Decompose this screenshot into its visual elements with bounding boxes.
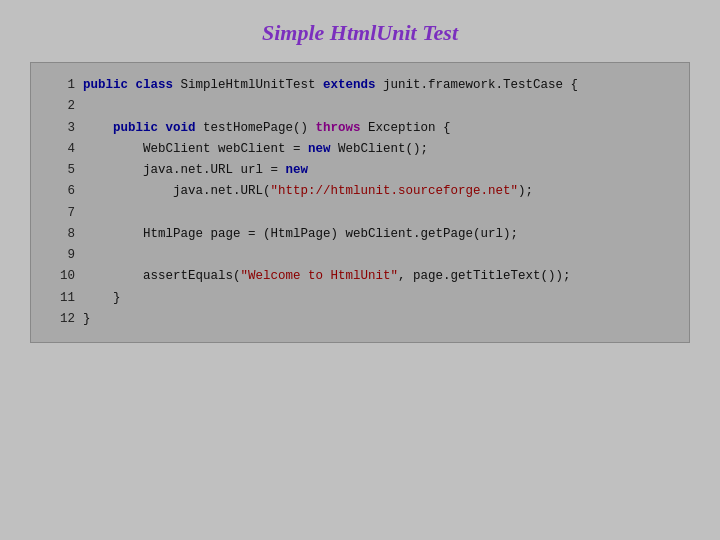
code-line: 5 java.net.URL url = new [47,160,673,181]
line-number: 6 [47,181,75,202]
line-number: 5 [47,160,75,181]
line-number: 8 [47,224,75,245]
code-content: WebClient webClient = new WebClient(); [83,139,428,160]
line-number: 3 [47,118,75,139]
code-line: 7 [47,203,673,224]
code-content: public class SimpleHtmlUnitTest extends … [83,75,578,96]
code-block: 1public class SimpleHtmlUnitTest extends… [30,62,690,343]
line-number: 2 [47,96,75,117]
code-line: 8 HtmlPage page = (HtmlPage) webClient.g… [47,224,673,245]
code-content: } [83,288,121,309]
code-line: 10 assertEquals("Welcome to HtmlUnit", p… [47,266,673,287]
line-number: 12 [47,309,75,330]
line-number: 11 [47,288,75,309]
line-number: 1 [47,75,75,96]
code-content: HtmlPage page = (HtmlPage) webClient.get… [83,224,518,245]
code-content: java.net.URL("http://htmlunit.sourceforg… [83,181,533,202]
code-line: 6 java.net.URL("http://htmlunit.sourcefo… [47,181,673,202]
code-line: 11 } [47,288,673,309]
line-number: 4 [47,139,75,160]
code-line: 9 [47,245,673,266]
line-number: 7 [47,203,75,224]
code-line: 4 WebClient webClient = new WebClient(); [47,139,673,160]
line-number: 10 [47,266,75,287]
page-title: Simple HtmlUnit Test [262,20,458,46]
code-content: public void testHomePage() throws Except… [83,118,451,139]
code-content: java.net.URL url = new [83,160,308,181]
code-content: } [83,309,91,330]
code-line: 12} [47,309,673,330]
code-content: assertEquals("Welcome to HtmlUnit", page… [83,266,571,287]
code-line: 2 [47,96,673,117]
code-line: 1public class SimpleHtmlUnitTest extends… [47,75,673,96]
line-number: 9 [47,245,75,266]
code-line: 3 public void testHomePage() throws Exce… [47,118,673,139]
